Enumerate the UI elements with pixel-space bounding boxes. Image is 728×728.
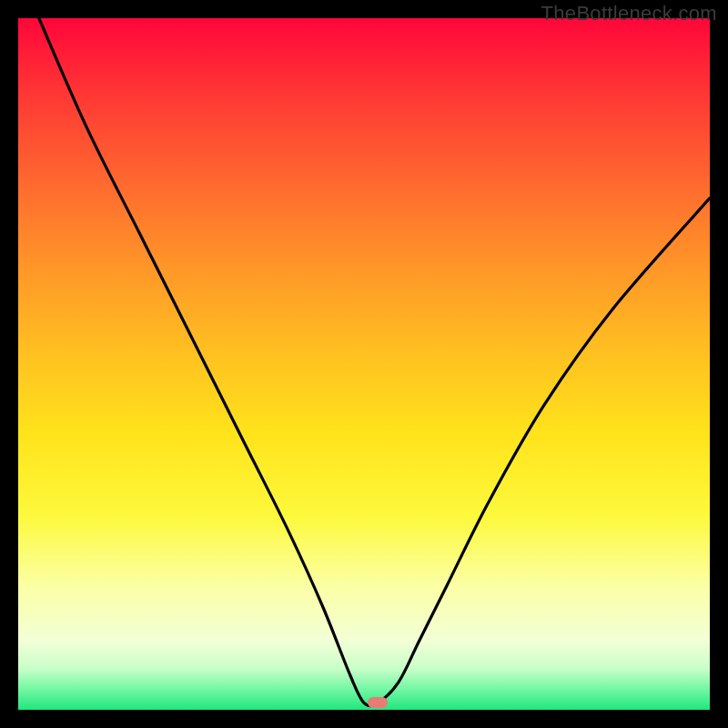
watermark-text: TheBottleneck.com: [541, 2, 717, 25]
chart-frame: TheBottleneck.com: [0, 0, 728, 728]
bottleneck-curve: [18, 18, 710, 710]
plot-area: [18, 18, 710, 710]
curve-path: [39, 18, 710, 706]
optimum-marker: [368, 697, 388, 708]
